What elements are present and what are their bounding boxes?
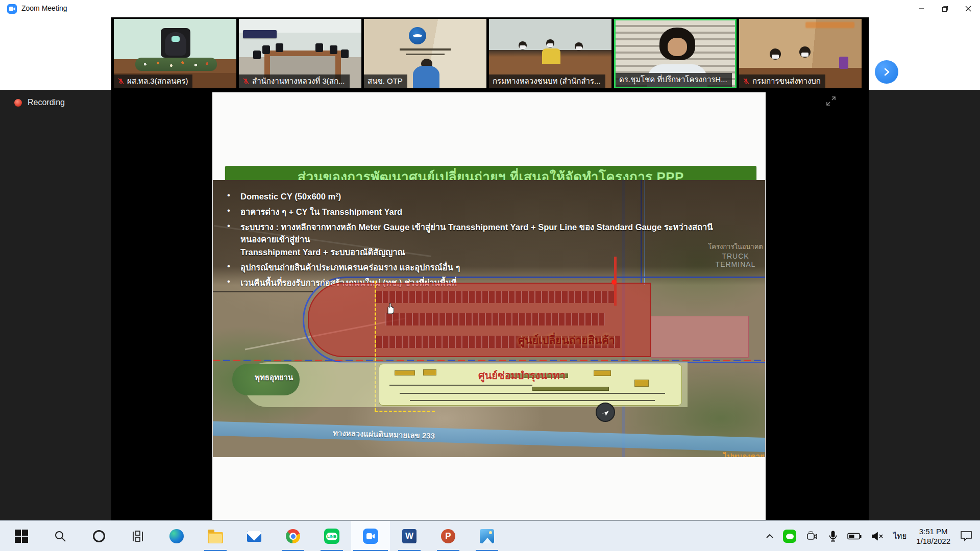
participant-name-tag: สนข. OTP [364, 74, 407, 88]
action-center-icon [960, 531, 972, 542]
file-explorer-icon [208, 532, 223, 543]
window-titlebar: Zoom Meeting [0, 0, 980, 17]
clock-date: 1/18/2022 [916, 536, 950, 546]
access-road-marker [611, 280, 617, 285]
participant-name-tag: ผส.ทล.3(สกลนคร) [114, 74, 192, 88]
direction-label: ไปหนองคาย [723, 450, 765, 457]
bullet-item: • ระบบราง : ทางหลีกจากทางหลัก Meter Gaug… [227, 221, 746, 259]
word-icon: W [402, 529, 416, 543]
site-plan-map: • Domestic CY (50x600 m²) • อาคารต่าง ๆ … [213, 180, 765, 457]
photos-icon [480, 529, 494, 543]
taskbar-word[interactable]: W [390, 521, 429, 551]
participant-tile[interactable]: กรมทางหลวงชนบท (สำนักสำร... [489, 19, 611, 88]
search-icon [54, 530, 67, 543]
taskbar-file-explorer[interactable] [196, 521, 235, 551]
future-truck-terminal-label: โครงการในอนาคต TRUCK TERMINAL [707, 241, 764, 268]
taskbar-clock[interactable]: 3:51 PM 1/18/2022 [911, 527, 955, 546]
windows-taskbar: LINE W P [0, 520, 980, 551]
video-gallery-strip: ผส.ทล.3(สกลนคร) สำนักงานทางหลวงที่ 3(สก.… [0, 17, 980, 90]
tray-chat-app[interactable] [778, 521, 801, 551]
cortana-icon [93, 530, 105, 542]
camera-icon [805, 531, 819, 542]
participant-tile[interactable]: สำนักงานทางหลวงที่ 3(สก... [239, 19, 361, 88]
participant-name-tag: กรมการขนส่งทางบก [739, 74, 825, 88]
fullscreen-expand-icon[interactable] [826, 96, 836, 108]
close-button[interactable] [957, 0, 980, 17]
clock-time: 3:51 PM [916, 527, 950, 537]
task-view-icon [131, 530, 144, 543]
tray-battery[interactable] [843, 521, 866, 551]
shared-screen-area: Recording ส่วนของการพัฒนาศูนย์เปลี่ยนถ่า… [0, 90, 980, 520]
recording-dot-icon [14, 99, 22, 107]
action-center-button[interactable] [955, 521, 977, 551]
participant-tile-active-speaker[interactable]: ดร.ชุมโชค ที่ปรึกษาโครงการH... [614, 19, 737, 88]
participant-name: ผส.ทล.3(สกลนคร) [127, 76, 188, 86]
microphone-icon [828, 530, 838, 542]
battery-icon [847, 532, 862, 540]
participant-tile[interactable]: ผส.ทล.3(สกลนคร) [114, 19, 236, 88]
taskbar-powerpoint[interactable]: P [429, 521, 468, 551]
taskbar-edge[interactable] [157, 521, 196, 551]
taskbar-zoom-active[interactable] [351, 521, 390, 551]
taskbar-mail[interactable] [235, 521, 274, 551]
muted-mic-icon [242, 78, 250, 85]
taskbar-chrome[interactable] [274, 521, 312, 551]
tray-microphone[interactable] [823, 521, 843, 551]
language-indicator[interactable]: ไทย [889, 521, 911, 551]
participant-name: สนข. OTP [368, 76, 403, 86]
participant-tile[interactable]: สนข. OTP [364, 19, 486, 88]
bullet-item: • Domestic CY (50x600 m²) [227, 190, 746, 203]
highway-233-band: ทางหลวงแผ่นดินหมายเลข 233 [213, 421, 765, 453]
bullet-item: • อาคารต่าง ๆ + CY ใน Transshipment Yard [227, 206, 746, 218]
recording-label: Recording [28, 98, 65, 107]
volume-muted-icon [871, 531, 884, 541]
transshipment-zone-label: ศูนย์เปลี่ยนถ่ายสินค้า [518, 332, 615, 348]
task-view-button[interactable] [118, 521, 157, 551]
recording-indicator: Recording [14, 98, 65, 107]
participant-name-tag: สำนักงานทางหลวงที่ 3(สก... [239, 74, 350, 88]
tray-expand-button[interactable] [761, 521, 778, 551]
restore-button[interactable] [933, 0, 957, 17]
participant-name: สำนักงานทางหลวงที่ 3(สก... [252, 76, 345, 86]
participant-name: กรมการขนส่งทางบก [752, 76, 821, 86]
participant-name-tag: ดร.ชุมโชค ที่ปรึกษาโครงการH... [616, 73, 732, 87]
presentation-slide: ส่วนของการพัฒนาศูนย์เปลี่ยนถ่ายฯ ที่เสนอ… [212, 92, 766, 520]
line-icon: LINE [324, 529, 339, 544]
zoom-logo-icon [7, 4, 17, 14]
start-button[interactable] [2, 521, 41, 551]
participant-name: ดร.ชุมโชค ที่ปรึกษาโครงการH... [619, 74, 727, 85]
edge-icon [169, 529, 184, 543]
window-title: Zoom Meeting [21, 4, 67, 12]
minimize-button[interactable] [910, 0, 933, 17]
hand-cursor [384, 302, 396, 317]
windows-icon [15, 530, 28, 543]
search-button[interactable] [41, 521, 80, 551]
taskbar-photos[interactable] [468, 521, 506, 551]
participant-tile[interactable]: กรมการขนส่งทางบก [739, 19, 862, 88]
north-compass-icon [596, 403, 615, 422]
gallery-background: ผส.ทล.3(สกลนคร) สำนักงานทางหลวงที่ 3(สก.… [111, 17, 869, 90]
depot-zone-label: ศูนย์ซ่อมบำรุงนาทา [478, 367, 566, 384]
boundary-dashed-line [213, 360, 765, 361]
taskbar-line[interactable]: LINE [312, 521, 351, 551]
project-boundary-dashed [375, 411, 435, 412]
park-label: พุทธอุทยาน [255, 371, 293, 384]
gallery-next-page-button[interactable] [875, 60, 898, 84]
highway-label: ทางหลวงแผ่นดินหมายเลข 233 [333, 427, 435, 442]
chevron-right-icon [882, 67, 891, 77]
muted-mic-icon [743, 78, 750, 85]
mail-icon [247, 531, 261, 542]
chat-icon [783, 530, 796, 543]
tray-volume-muted[interactable] [866, 521, 889, 551]
tray-camera[interactable] [801, 521, 823, 551]
transshipment-extension-zone [651, 316, 749, 358]
chevron-up-icon [766, 534, 774, 539]
participant-name-tag: กรมทางหลวงชนบท (สำนักสำร... [489, 74, 605, 88]
bullet-item: • อุปกรณ์ขนถ่ายสินค้าประเภทเครนคร่อมราง … [227, 261, 746, 274]
powerpoint-icon: P [441, 529, 455, 543]
cortana-button[interactable] [80, 521, 118, 551]
bullet-list: • Domestic CY (50x600 m²) • อาคารต่าง ๆ … [227, 190, 746, 291]
chrome-icon [286, 529, 300, 543]
zoom-app-icon [363, 529, 378, 544]
muted-mic-icon [117, 78, 125, 85]
